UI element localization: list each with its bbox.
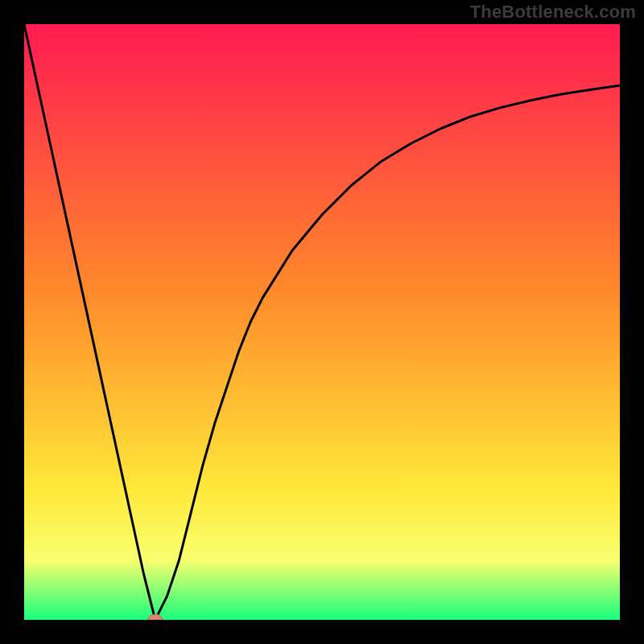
chart-frame: TheBottleneck.com (0, 0, 644, 644)
watermark-text: TheBottleneck.com (470, 2, 636, 23)
plot-area (24, 24, 620, 620)
gradient-background (24, 24, 620, 620)
chart-svg (24, 24, 620, 620)
